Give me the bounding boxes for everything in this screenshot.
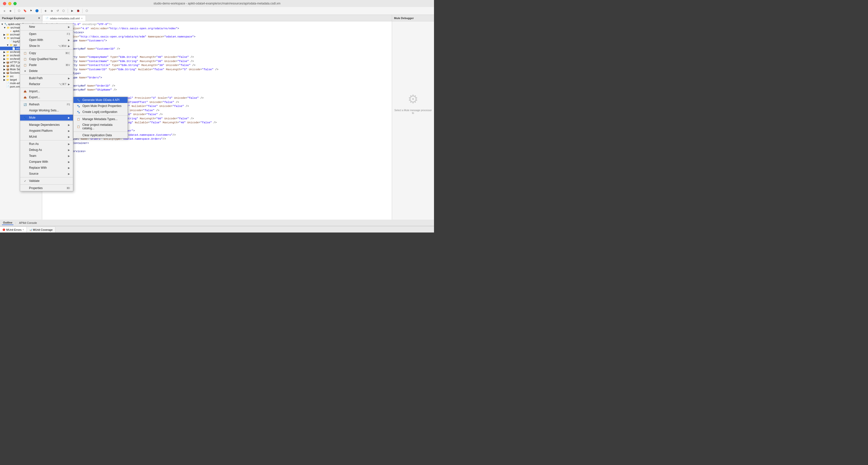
- menu-item-copy[interactable]: 📋 Copy ⌘C: [20, 50, 73, 56]
- menu-item-label: Refactor: [29, 82, 40, 86]
- menu-item-refresh[interactable]: 🔄 Refresh F5: [20, 101, 73, 107]
- menu-item-label: Clear project metadata catalog...: [82, 123, 125, 130]
- arrow-icon: ▶: [68, 26, 70, 28]
- source-icon: [23, 172, 27, 176]
- menu-item-import[interactable]: 📥 Import...: [20, 88, 73, 94]
- submenu-item-open-props[interactable]: 🐾 Open Mule Project Properties: [73, 103, 128, 109]
- submenu-item-log4j[interactable]: 🐾 Create Log4j configuration: [73, 109, 128, 115]
- arrow-icon: ▶: [68, 129, 70, 132]
- delete-icon: ✕: [23, 69, 27, 73]
- buildpath-icon: [23, 76, 27, 80]
- menu-item-label: Team: [29, 154, 36, 158]
- menu-item-delete[interactable]: ✕ Delete: [20, 68, 73, 74]
- menu-item-label: Paste: [29, 63, 37, 67]
- menu-item-paste[interactable]: 📋 Paste ⌘V: [20, 62, 73, 68]
- debugas-icon: [23, 148, 27, 152]
- open-icon: [23, 32, 27, 36]
- menu-item-replace-with[interactable]: Replace With ▶: [20, 165, 73, 171]
- menu-item-label: Run As: [29, 142, 39, 146]
- replacewith-icon: [23, 166, 27, 170]
- refresh-icon: 🔄: [23, 102, 27, 106]
- shortcut: F3: [67, 32, 70, 35]
- arrow-icon: ▶: [68, 160, 70, 163]
- clearcatalog-icon: 📋: [76, 125, 81, 128]
- log4j-icon: 🐾: [76, 110, 81, 114]
- submenu-item-clear-catalog[interactable]: 📋 Clear project metadata catalog...: [73, 122, 128, 131]
- menu-item-munit[interactable]: MUnit ▶: [20, 134, 73, 140]
- submenu-item-metadata-types[interactable]: 📋 Manage Metadata Types...: [73, 116, 128, 122]
- arrow-icon: ▶: [68, 166, 70, 169]
- menu-sep: [20, 114, 73, 114]
- menu-item-label: Compare With: [29, 160, 48, 163]
- showin-icon: [23, 44, 27, 48]
- menu-item-label: Debug As: [29, 148, 42, 152]
- menu-item-label: Mule: [29, 116, 35, 119]
- menu-item-properties[interactable]: Properties ⌘I: [20, 185, 73, 191]
- menu-item-assign-working-sets[interactable]: Assign Working Sets...: [20, 107, 73, 114]
- menu-sep: [20, 121, 73, 121]
- openwith-icon: [23, 38, 27, 42]
- menu-item-label: Assign Working Sets...: [29, 109, 59, 112]
- validate-icon: ✓: [23, 179, 27, 183]
- menu-item-label: Build Path: [29, 76, 43, 80]
- comparewith-icon: [23, 160, 27, 164]
- menu-item-new[interactable]: New ▶: [20, 24, 73, 30]
- menu-item-label: Export...: [29, 96, 40, 99]
- menu-item-label: Manage Metadata Types...: [82, 117, 118, 121]
- paste-icon: 📋: [23, 63, 27, 67]
- menu-item-label: Manage Dependencies: [29, 123, 60, 127]
- menu-sep: [20, 140, 73, 141]
- menu-item-label: Open Mule Project Properties: [82, 104, 121, 108]
- shortcut: ⌥⌘W: [58, 44, 66, 48]
- menu-item-compare-with[interactable]: Compare With ▶: [20, 159, 73, 165]
- submenu-sep: [73, 131, 128, 132]
- menu-item-label: Open With: [29, 38, 43, 42]
- menu-item-copy-qualified[interactable]: 📋 Copy Qualified Name: [20, 56, 73, 62]
- context-menu-overlay: New ▶ Open F3 Open With ▶ Show In: [0, 0, 434, 232]
- arrow-icon: ▶: [68, 39, 70, 41]
- menu-item-validate[interactable]: ✓ Validate: [20, 178, 73, 184]
- menu-item-label: Replace With: [29, 166, 46, 169]
- menu-item-run-as[interactable]: Run As ▶: [20, 141, 73, 147]
- submenu-sep: [73, 115, 128, 116]
- menu-sep: [20, 177, 73, 178]
- submenu-item-clear-data[interactable]: Clear Application Data: [73, 132, 128, 138]
- munit-icon: [23, 135, 27, 139]
- menu-item-team[interactable]: Team ▶: [20, 153, 73, 159]
- menu-item-export[interactable]: 📤 Export...: [20, 94, 73, 100]
- menu-item-debug-as[interactable]: Debug As ▶: [20, 147, 73, 153]
- menu-sep: [20, 74, 73, 75]
- menu-item-open-with[interactable]: Open With ▶: [20, 37, 73, 43]
- arrow-icon: ▶: [68, 143, 70, 146]
- context-menu: New ▶ Open F3 Open With ▶ Show In: [20, 24, 73, 191]
- menu-sep: [20, 184, 73, 185]
- mule-submenu: 🔧 Generate Mule OData 4 API 🐾 Open Mule …: [73, 97, 128, 138]
- menu-item-label: Refresh: [29, 103, 39, 106]
- menu-item-mule[interactable]: 🐾 Mule ▶: [20, 115, 73, 121]
- arrow-icon: ▶: [68, 124, 70, 126]
- menu-item-label: Anypoint Platform: [29, 129, 53, 132]
- openmule-icon: 🐾: [76, 104, 81, 108]
- deps-icon: [23, 123, 27, 127]
- menu-item-open[interactable]: Open F3: [20, 31, 73, 37]
- menu-item-manage-deps[interactable]: Manage Dependencies ▶: [20, 122, 73, 128]
- menu-item-label: Generate Mule OData 4 API: [82, 98, 119, 102]
- anypoint-icon: [23, 129, 27, 133]
- menu-item-label: Import...: [29, 90, 40, 93]
- arrow-icon: ▶: [68, 83, 70, 86]
- submenu-item-generate[interactable]: 🔧 Generate Mule OData 4 API: [73, 97, 128, 103]
- menu-item-label: Open: [29, 32, 36, 36]
- menu-item-label: Delete: [29, 69, 38, 73]
- menu-item-show-in[interactable]: Show In ⌥⌘W ▶: [20, 43, 73, 49]
- menu-item-source[interactable]: Source ▶: [20, 171, 73, 177]
- menu-item-label: Validate: [29, 179, 39, 183]
- team-icon: [23, 154, 27, 158]
- arrow-icon: ▶: [68, 155, 70, 157]
- shortcut: ⌥⌘T: [59, 83, 66, 86]
- menu-item-refactor[interactable]: Refactor ⌥⌘T ▶: [20, 81, 73, 87]
- runas-icon: [23, 142, 27, 146]
- menu-item-build-path[interactable]: Build Path ▶: [20, 75, 73, 81]
- arrow-icon: ▶: [68, 149, 70, 151]
- arrow-icon: ▶: [68, 77, 70, 80]
- menu-item-anypoint[interactable]: Anypoint Platform ▶: [20, 128, 73, 134]
